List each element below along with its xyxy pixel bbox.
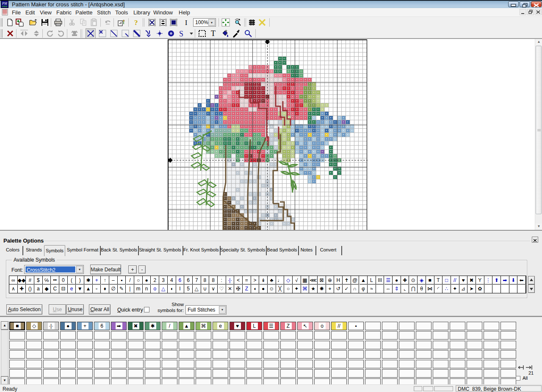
svg-text:T: T [211, 29, 216, 38]
svg-text:PM: PM [2, 2, 8, 6]
svg-text:?: ? [134, 19, 138, 27]
svg-text:S: S [179, 30, 183, 38]
svg-text:I: I [185, 19, 187, 26]
